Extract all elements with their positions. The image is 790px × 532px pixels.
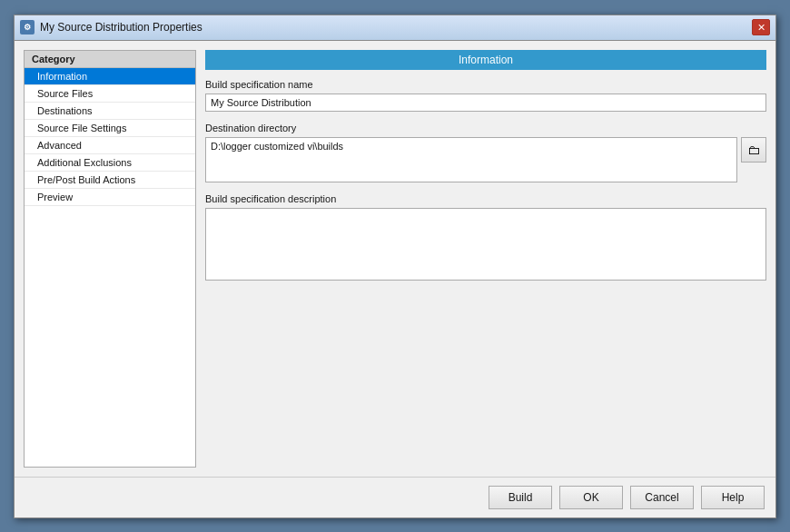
sidebar-item-information[interactable]: Information bbox=[25, 68, 195, 85]
footer: Build OK Cancel Help bbox=[15, 477, 775, 517]
close-icon: ✕ bbox=[757, 22, 765, 34]
main-window: ⚙ My Source Distribution Properties ✕ Ca… bbox=[14, 15, 776, 518]
sidebar-item-source-file-settings[interactable]: Source File Settings bbox=[25, 120, 195, 137]
titlebar: ⚙ My Source Distribution Properties ✕ bbox=[15, 15, 775, 41]
sidebar: Category Information Source Files Destin… bbox=[24, 50, 196, 468]
sidebar-item-advanced[interactable]: Advanced bbox=[25, 137, 195, 154]
app-icon: ⚙ bbox=[20, 20, 35, 34]
folder-icon: 🗀 bbox=[747, 143, 760, 157]
cancel-button[interactable]: Cancel bbox=[630, 486, 694, 509]
main-panel: Information Build specification name Des… bbox=[205, 50, 766, 468]
sidebar-item-preview[interactable]: Preview bbox=[25, 189, 195, 206]
build-spec-name-group: Build specification name bbox=[205, 79, 766, 112]
destination-dir-group: Destination directory 🗀 bbox=[205, 123, 766, 182]
sidebar-item-source-files[interactable]: Source Files bbox=[25, 85, 195, 103]
build-spec-desc-input[interactable] bbox=[205, 208, 766, 281]
content-area: Category Information Source Files Destin… bbox=[15, 41, 775, 477]
build-spec-desc-group: Build specification description bbox=[205, 193, 766, 281]
sidebar-item-additional-exclusions[interactable]: Additional Exclusions bbox=[25, 154, 195, 172]
destination-dir-row: 🗀 bbox=[205, 137, 766, 182]
build-button[interactable]: Build bbox=[489, 486, 552, 509]
destination-dir-input[interactable] bbox=[205, 137, 737, 182]
build-spec-name-input[interactable] bbox=[205, 94, 766, 112]
browse-button[interactable]: 🗀 bbox=[741, 137, 766, 163]
sidebar-category-label: Category bbox=[25, 51, 195, 68]
help-button[interactable]: Help bbox=[701, 486, 765, 509]
window-title: My Source Distribution Properties bbox=[40, 21, 752, 34]
build-spec-name-label: Build specification name bbox=[205, 79, 766, 90]
panel-header: Information bbox=[205, 50, 766, 70]
build-spec-desc-label: Build specification description bbox=[205, 193, 766, 204]
sidebar-item-pre-post-build-actions[interactable]: Pre/Post Build Actions bbox=[25, 172, 195, 189]
sidebar-item-destinations[interactable]: Destinations bbox=[25, 103, 195, 120]
panel-body: Build specification name Destination dir… bbox=[205, 79, 766, 468]
ok-button[interactable]: OK bbox=[559, 486, 623, 509]
close-button[interactable]: ✕ bbox=[752, 19, 770, 35]
destination-dir-label: Destination directory bbox=[205, 123, 766, 133]
